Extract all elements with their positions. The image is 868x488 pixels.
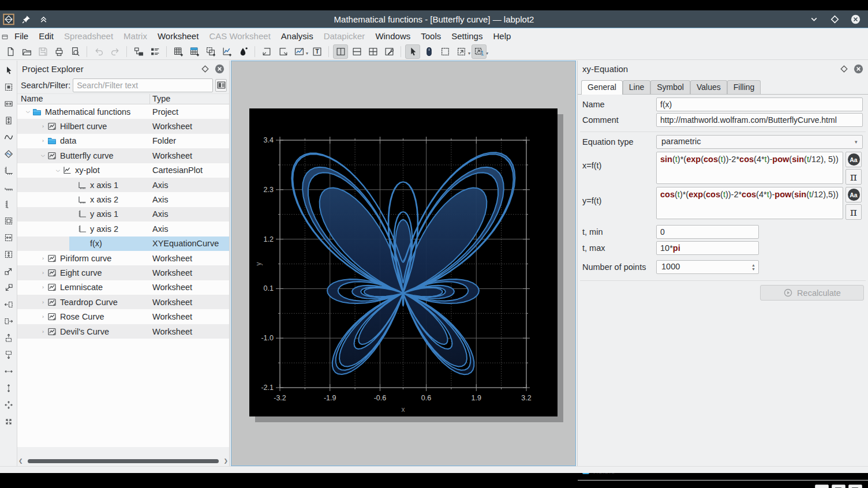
list-details-button[interactable]: [147, 44, 162, 59]
load-template-button[interactable]: [815, 485, 829, 488]
x-constants-button[interactable]: Aa: [845, 152, 862, 167]
workbook-new-button[interactable]: [203, 44, 218, 59]
resize-horizontal-button[interactable]: [1, 96, 16, 111]
tree-row-lemniscate[interactable]: ›LemniscateWorksheet: [17, 280, 229, 295]
tab-filling[interactable]: Filling: [727, 80, 761, 94]
tab-line[interactable]: Line: [623, 80, 650, 94]
tmax-input[interactable]: 10*pi: [656, 241, 759, 255]
y-functions-button[interactable]: π: [845, 204, 862, 220]
expander-expanded-icon[interactable]: ⌵: [39, 152, 47, 159]
close-dock-button[interactable]: [854, 64, 863, 74]
tree-row-x-axis-1[interactable]: x axis 1Axis: [17, 178, 229, 192]
tab-symbol[interactable]: Symbol: [650, 80, 690, 94]
menu-settings[interactable]: Settings: [446, 30, 488, 42]
float-dock-button[interactable]: [200, 64, 210, 74]
equation-curve-button[interactable]: [1, 147, 16, 162]
shift-down-button[interactable]: [1, 347, 16, 362]
expander-collapsed-icon[interactable]: ›: [39, 314, 47, 320]
tree-row-devil-s-curve[interactable]: ›Devil's CurveWorksheet: [17, 324, 229, 339]
recalculate-button[interactable]: Recalculate: [760, 285, 864, 301]
text-label-button[interactable]: T: [309, 44, 324, 59]
tmin-input[interactable]: [656, 225, 759, 239]
tree-row-rose-curve[interactable]: ›Rose CurveWorksheet: [17, 309, 229, 324]
mouse-button[interactable]: [421, 44, 436, 59]
zoom-one-button[interactable]: 1: [472, 44, 487, 59]
tree-row-xy-plot[interactable]: ⌵xy-plotCartesianPlot: [17, 163, 229, 178]
plot-new-button[interactable]: [219, 44, 234, 59]
zoom-fit-selection-button[interactable]: [454, 44, 469, 59]
worksheet-page[interactable]: 3.42.31.20.1-1.0-2.1-3.2-1.9-0.60.61.93.…: [249, 108, 558, 416]
menu-worksheet[interactable]: Worksheet: [152, 30, 204, 42]
scroll-right-arrow[interactable]: ❯: [223, 458, 228, 464]
tree-row-mathematical-functions[interactable]: ⌵Mathematical functionsProject: [17, 104, 229, 119]
column-header-name[interactable]: Name: [17, 94, 150, 104]
menu-edit[interactable]: Edit: [33, 30, 59, 42]
tree-row-hilbert-curve[interactable]: ›Hilbert curveWorksheet: [17, 119, 229, 133]
import-box-button[interactable]: [259, 44, 274, 59]
tab-values[interactable]: Values: [690, 80, 727, 94]
tree-row-y-axis-1[interactable]: y axis 1Axis: [17, 207, 229, 222]
tree-row-piriform-curve[interactable]: ›Piriform curveWorksheet: [17, 251, 229, 265]
shift-right-button[interactable]: [1, 297, 16, 312]
expander-collapsed-icon[interactable]: ›: [39, 329, 47, 335]
tree-row-x-axis-2[interactable]: x axis 2Axis: [17, 192, 229, 207]
tree-row-eight-curve[interactable]: ›Eight curveWorksheet: [17, 265, 229, 280]
select-region-button[interactable]: [1, 80, 16, 95]
tree-row-y-axis-2[interactable]: y axis 2Axis: [17, 222, 229, 236]
expander-collapsed-icon[interactable]: ›: [39, 138, 47, 144]
x-functions-button[interactable]: π: [845, 169, 862, 185]
spinbox-arrows-icon[interactable]: ▲▼: [751, 263, 755, 271]
save-template-button[interactable]: [832, 485, 845, 488]
expander-expanded-icon[interactable]: ⌵: [24, 108, 32, 115]
tree-row-data[interactable]: ›dataFolder: [17, 134, 229, 148]
print-preview-button[interactable]: [68, 44, 83, 59]
cursor-arrow-button[interactable]: [1, 63, 16, 78]
collapse-panel-icon[interactable]: [38, 13, 49, 25]
float-dock-button[interactable]: [839, 64, 849, 74]
xy-curve-button[interactable]: [1, 130, 16, 145]
tab-general[interactable]: General: [581, 80, 623, 95]
zoom-fit-all-button[interactable]: [1, 213, 16, 228]
x-equation-input[interactable]: sin(t)*(exp(cos(t))-2*cos(4*t)-pow(sin(t…: [656, 152, 843, 184]
close-button[interactable]: [850, 13, 861, 25]
zoom-fit-y-button[interactable]: [1, 247, 16, 262]
maximize-button[interactable]: [829, 13, 840, 25]
expander-collapsed-icon[interactable]: ›: [39, 256, 47, 261]
menu-help[interactable]: Help: [488, 30, 516, 42]
y-axis-new-button[interactable]: [1, 197, 16, 212]
layout-vertical-button[interactable]: [333, 44, 348, 59]
expander-collapsed-icon[interactable]: ›: [39, 284, 47, 290]
doc-new-button[interactable]: [3, 44, 18, 59]
scroll-left-arrow[interactable]: ❮: [18, 458, 23, 464]
menu-windows[interactable]: Windows: [370, 30, 416, 42]
tree-row-f-x-[interactable]: f(x)XYEquationCurve: [17, 237, 229, 251]
expander-collapsed-icon[interactable]: ›: [39, 123, 47, 129]
tree-row-teardrop-curve[interactable]: ›Teardrop CurveWorksheet: [17, 295, 229, 309]
menu-tools[interactable]: Tools: [416, 30, 446, 42]
tree-row-butterfly-curve[interactable]: ⌵Butterfly curveWorksheet: [17, 148, 229, 163]
matrix-new-button[interactable]: [187, 44, 202, 59]
horizontal-scrollbar[interactable]: ❮ ❯: [18, 458, 228, 464]
scale-auto-y-button[interactable]: [1, 381, 16, 396]
zoom-out-region-button[interactable]: [1, 280, 16, 295]
zoom-in-region-button[interactable]: [1, 264, 16, 279]
worksheet-view[interactable]: 3.42.31.20.1-1.0-2.1-3.2-1.9-0.60.61.93.…: [231, 61, 576, 466]
menu-analysis[interactable]: Analysis: [276, 30, 319, 42]
export-box-button[interactable]: [275, 44, 290, 59]
scale-auto-x-button[interactable]: [1, 364, 16, 379]
equation-type-combobox[interactable]: parametric ▾: [656, 135, 863, 149]
name-input[interactable]: [656, 97, 863, 111]
print-button[interactable]: [51, 44, 66, 59]
datapicker-new-button[interactable]: [235, 44, 250, 59]
shift-left-button[interactable]: [1, 314, 16, 329]
search-input[interactable]: [73, 78, 213, 92]
layout-horizontal-button[interactable]: [349, 44, 364, 59]
folder-open-button[interactable]: [19, 44, 34, 59]
zoom-select-button[interactable]: [437, 44, 452, 59]
workbook-hierarchy-button[interactable]: [131, 44, 146, 59]
axis-new-button[interactable]: [1, 163, 16, 178]
layout-edit-button[interactable]: [381, 44, 396, 59]
expander-collapsed-icon[interactable]: ›: [39, 299, 47, 305]
y-constants-button[interactable]: Aa: [845, 187, 862, 202]
menu-file[interactable]: File: [9, 30, 33, 42]
